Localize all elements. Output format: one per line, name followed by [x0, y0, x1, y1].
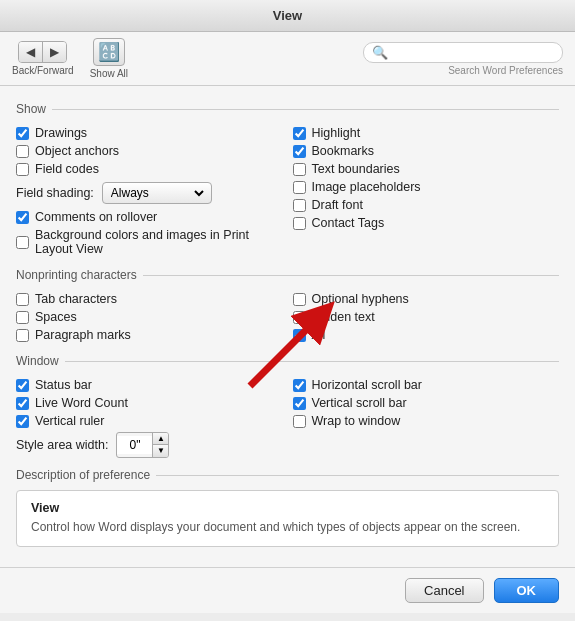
comments-rollover-label: Comments on rollover — [35, 210, 157, 224]
bottom-bar: Cancel OK — [0, 567, 575, 613]
live-word-count-label: Live Word Count — [35, 396, 128, 410]
draft-font-row: Draft font — [293, 196, 560, 214]
horizontal-scrollbar-row: Horizontal scroll bar — [293, 376, 560, 394]
description-box: View Control how Word displays your docu… — [16, 490, 559, 547]
toolbar-left: ◀ ▶ Back/Forward 🔠 Show All — [12, 38, 128, 79]
object-anchors-checkbox[interactable] — [16, 145, 29, 158]
comments-rollover-row: Comments on rollover — [16, 208, 283, 226]
stepper-down-button[interactable]: ▼ — [152, 445, 168, 457]
bg-colors-row: Background colors and images in Print La… — [16, 226, 283, 258]
window-section-title: Window — [16, 354, 59, 368]
show-section-header: Show — [16, 102, 559, 116]
description-pref-text: Control how Word displays your document … — [31, 519, 544, 536]
vertical-scrollbar-checkbox[interactable] — [293, 397, 306, 410]
show-columns: Drawings Object anchors Field codes Fiel… — [16, 124, 559, 258]
field-shading-select-wrap[interactable]: Always Never When selected — [102, 182, 212, 204]
hidden-text-checkbox[interactable] — [293, 311, 306, 324]
window-section-line — [65, 361, 559, 362]
show-col2: Highlight Bookmarks Text boundaries Imag… — [293, 124, 560, 258]
horizontal-scrollbar-label: Horizontal scroll bar — [312, 378, 422, 392]
live-word-count-checkbox[interactable] — [16, 397, 29, 410]
ok-button[interactable]: OK — [494, 578, 560, 603]
field-codes-row: Field codes — [16, 160, 283, 178]
nonprinting-columns: Tab characters Spaces Paragraph marks Op… — [16, 290, 559, 344]
description-section: Description of preference View Control h… — [16, 468, 559, 547]
style-area-input[interactable] — [117, 436, 152, 454]
cancel-button[interactable]: Cancel — [405, 578, 483, 603]
stepper-buttons: ▲ ▼ — [152, 433, 168, 457]
image-placeholders-checkbox[interactable] — [293, 181, 306, 194]
show-col1: Drawings Object anchors Field codes Fiel… — [16, 124, 283, 258]
show-section-line — [52, 109, 559, 110]
paragraph-marks-row: Paragraph marks — [16, 326, 283, 344]
paragraph-marks-checkbox[interactable] — [16, 329, 29, 342]
comments-rollover-checkbox[interactable] — [16, 211, 29, 224]
horizontal-scrollbar-checkbox[interactable] — [293, 379, 306, 392]
hidden-text-label: Hidden text — [312, 310, 375, 324]
nav-buttons: ◀ ▶ — [18, 41, 67, 63]
optional-hyphens-checkbox[interactable] — [293, 293, 306, 306]
vertical-ruler-label: Vertical ruler — [35, 414, 104, 428]
search-input[interactable] — [392, 45, 554, 59]
bookmarks-checkbox[interactable] — [293, 145, 306, 158]
window-title: View — [273, 8, 302, 23]
description-section-line — [156, 475, 559, 476]
highlight-row: Highlight — [293, 124, 560, 142]
vertical-scrollbar-row: Vertical scroll bar — [293, 394, 560, 412]
spaces-label: Spaces — [35, 310, 77, 324]
search-box: 🔍 Search Word Preferences — [363, 42, 563, 76]
back-button[interactable]: ◀ — [19, 42, 43, 62]
optional-hyphens-label: Optional hyphens — [312, 292, 409, 306]
draft-font-checkbox[interactable] — [293, 199, 306, 212]
field-shading-label: Field shading: — [16, 186, 94, 200]
nonprinting-section-title: Nonprinting characters — [16, 268, 137, 282]
window-columns: Status bar Live Word Count Vertical rule… — [16, 376, 559, 458]
drawings-label: Drawings — [35, 126, 87, 140]
paragraph-marks-label: Paragraph marks — [35, 328, 131, 342]
contact-tags-label: Contact Tags — [312, 216, 385, 230]
vertical-ruler-row: Vertical ruler — [16, 412, 283, 430]
wrap-to-window-label: Wrap to window — [312, 414, 401, 428]
object-anchors-row: Object anchors — [16, 142, 283, 160]
bookmarks-row: Bookmarks — [293, 142, 560, 160]
window-col1: Status bar Live Word Count Vertical rule… — [16, 376, 283, 458]
vertical-ruler-checkbox[interactable] — [16, 415, 29, 428]
style-area-stepper[interactable]: ▲ ▼ — [116, 432, 169, 458]
forward-button[interactable]: ▶ — [43, 42, 66, 62]
optional-hyphens-row: Optional hyphens — [293, 290, 560, 308]
tab-chars-checkbox[interactable] — [16, 293, 29, 306]
show-all-label[interactable]: Show All — [90, 68, 128, 79]
vertical-scrollbar-label: Vertical scroll bar — [312, 396, 407, 410]
status-bar-checkbox[interactable] — [16, 379, 29, 392]
field-codes-checkbox[interactable] — [16, 163, 29, 176]
tab-chars-label: Tab characters — [35, 292, 117, 306]
all-checkbox[interactable] — [293, 329, 306, 342]
all-label: All — [312, 328, 326, 342]
nonprinting-section: Nonprinting characters Tab characters Sp… — [16, 268, 559, 344]
wrap-to-window-checkbox[interactable] — [293, 415, 306, 428]
status-bar-label: Status bar — [35, 378, 92, 392]
contact-tags-checkbox[interactable] — [293, 217, 306, 230]
text-boundaries-checkbox[interactable] — [293, 163, 306, 176]
search-icon: 🔍 — [372, 45, 388, 60]
spaces-checkbox[interactable] — [16, 311, 29, 324]
drawings-row: Drawings — [16, 124, 283, 142]
object-anchors-label: Object anchors — [35, 144, 119, 158]
show-all-icon: 🔠 — [93, 38, 125, 66]
all-row: All — [293, 326, 560, 344]
style-area-row: Style area width: ▲ ▼ — [16, 432, 283, 458]
search-input-wrap[interactable]: 🔍 — [363, 42, 563, 63]
drawings-checkbox[interactable] — [16, 127, 29, 140]
title-bar: View — [0, 0, 575, 32]
status-bar-row: Status bar — [16, 376, 283, 394]
highlight-checkbox[interactable] — [293, 127, 306, 140]
live-word-count-row: Live Word Count — [16, 394, 283, 412]
bg-colors-label: Background colors and images in Print La… — [35, 228, 283, 256]
image-placeholders-row: Image placeholders — [293, 178, 560, 196]
field-shading-select[interactable]: Always Never When selected — [107, 185, 207, 201]
description-pref-title: View — [31, 501, 544, 515]
highlight-label: Highlight — [312, 126, 361, 140]
toolbar: ◀ ▶ Back/Forward 🔠 Show All 🔍 Search Wor… — [0, 32, 575, 86]
bg-colors-checkbox[interactable] — [16, 236, 29, 249]
stepper-up-button[interactable]: ▲ — [152, 433, 168, 445]
